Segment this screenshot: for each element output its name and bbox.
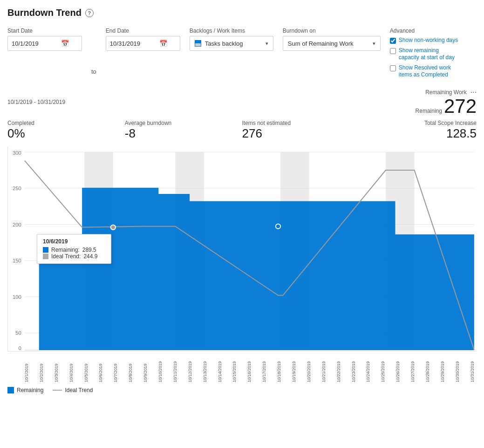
tooltip-box: 10/6/2019 Remaining: 289.5 Ideal Trend: … [37,234,111,264]
x-axis-label: 10/3/2019 [54,354,59,382]
svg-text:300: 300 [13,150,21,156]
avg-burndown-label: Average burndown [125,120,242,126]
svg-text:50: 50 [15,330,21,336]
legend-ideal-trend: Ideal Trend [53,387,93,393]
tooltip-ideal-label: Ideal Trend: [51,253,81,260]
svg-text:200: 200 [13,222,21,227]
items-not-estimated-stat: Items not estimated 276 [242,120,360,141]
remaining-sub-label: Remaining [416,108,442,114]
tooltip-remaining-value: 289.5 [82,247,96,253]
avg-burndown-stat: Average burndown -8 [125,120,242,141]
tasks-icon [195,40,201,47]
checkbox1-row: Show non-working days [390,37,459,44]
x-axis-label: 10/16/2019 [247,354,252,382]
x-axis-labels: 10/1/201910/2/201910/3/201910/4/201910/5… [7,353,477,383]
calendar-icon-start[interactable]: 📅 [61,40,69,47]
burndown-label: Burndown on [283,28,381,34]
x-axis-label: 10/11/2019 [173,354,177,382]
end-date-input-wrapper[interactable]: 📅 [106,36,180,51]
to-label: to [91,68,96,75]
date-range-text: 10/1/2019 - 10/31/2019 [7,99,65,105]
x-axis-label: 10/10/2019 [158,354,163,382]
start-date-group: Start Date 📅 [7,28,82,51]
x-axis-label: 10/23/2019 [351,354,356,382]
burndown-value: Sum of Remaining Work [288,40,354,47]
burndown-dropdown[interactable]: Sum of Remaining Work ▾ [283,36,381,51]
backlogs-arrow-icon: ▾ [266,41,268,47]
advanced-group: Advanced Show non-working days Show rema… [390,28,459,79]
x-axis-label: 10/15/2019 [232,354,237,382]
x-axis-label: 10/12/2019 [188,354,192,382]
checkbox3[interactable] [390,65,396,71]
x-axis-label: 10/8/2019 [128,354,133,382]
end-date-label: End Date [106,28,180,34]
tooltip-ideal-swatch [43,254,48,259]
date-range-bar: 10/1/2019 - 10/31/2019 Remaining Work ··… [7,86,477,118]
legend-remaining: Remaining [7,387,43,393]
checkbox2-label[interactable]: Show remaining capacity at start of day [399,47,459,62]
x-axis-label: 10/27/2019 [410,354,415,382]
total-scope-stat: Total Scope Increase 128.5 [359,120,477,141]
backlogs-group: Backlogs / Work Items Tasks backlog ▾ [190,28,273,51]
page-title: Burndown Trend [7,7,82,18]
x-axis-label: 10/1/2019 [24,354,29,382]
svg-text:100: 100 [13,294,21,300]
x-axis-label: 10/17/2019 [262,354,266,382]
x-axis-label: 10/29/2019 [440,354,445,382]
start-date-label: Start Date [7,28,82,34]
items-not-estimated-label: Items not estimated [242,120,360,126]
backlogs-dropdown[interactable]: Tasks backlog ▾ [190,36,273,51]
help-icon[interactable]: ? [85,9,94,17]
calendar-icon-end[interactable]: 📅 [159,40,167,47]
chart-container: 300 250 200 150 100 50 0 [7,146,477,352]
x-axis-label: 10/31/2019 [470,354,475,382]
burndown-group: Burndown on Sum of Remaining Work ▾ [283,28,381,51]
checkbox1[interactable] [390,38,396,44]
stats-row: Completed 0% Average burndown -8 Items n… [7,120,477,143]
x-axis-label: 10/18/2019 [277,354,281,382]
tooltip-ideal-row: Ideal Trend: 244.9 [43,253,105,260]
completed-stat: Completed 0% [7,120,125,141]
total-scope-value: 128.5 [359,126,477,141]
x-axis-label: 10/2/2019 [39,354,44,382]
remaining-work-label: Remaining Work [425,89,466,96]
total-scope-label: Total Scope Increase [359,120,477,126]
legend-remaining-label: Remaining [17,387,43,393]
x-axis-label: 10/5/2019 [84,354,89,382]
x-axis-label: 10/13/2019 [203,354,207,382]
x-axis-label: 10/6/2019 [98,354,103,382]
x-axis-label: 10/22/2019 [336,354,341,382]
tooltip-remaining-swatch [43,247,48,253]
x-axis-label: 10/30/2019 [455,354,460,382]
x-axis-label: 10/7/2019 [113,354,118,382]
x-axis-label: 10/9/2019 [143,354,148,382]
checkbox1-label[interactable]: Show non-working days [399,37,458,44]
checkbox2[interactable] [390,48,396,54]
svg-text:250: 250 [13,186,21,191]
end-date-input[interactable] [110,40,157,47]
svg-text:150: 150 [13,258,21,263]
completed-label: Completed [7,120,125,126]
backlogs-label: Backlogs / Work Items [190,28,273,34]
x-axis-label: 10/19/2019 [292,354,296,382]
advanced-label: Advanced [390,28,459,34]
x-axis-label: 10/4/2019 [69,354,74,382]
end-date-group: End Date 📅 [106,28,180,51]
start-date-input[interactable] [12,40,58,47]
avg-burndown-value: -8 [125,126,242,141]
tooltip-remaining-row: Remaining: 289.5 [43,247,105,253]
remaining-work-summary: Remaining Work ··· Remaining 272 [416,88,477,116]
controls-row: Start Date 📅 to End Date 📅 Backlogs / Wo… [7,28,477,79]
checkbox3-label[interactable]: Show Resolved work items as Completed [399,64,459,79]
page-title-row: Burndown Trend ? [7,7,477,18]
remaining-work-value: 272 [444,96,477,116]
x-axis-label: 10/24/2019 [366,354,370,382]
tooltip-ideal-value: 244.9 [83,253,97,260]
completed-value: 0% [7,126,125,141]
legend-row: Remaining Ideal Trend [7,387,477,393]
x-axis-label: 10/21/2019 [321,354,326,382]
start-date-input-wrapper[interactable]: 📅 [7,36,82,51]
backlogs-value: Tasks backlog [205,40,243,47]
x-axis-label: 10/14/2019 [218,354,222,382]
svg-point-19 [111,225,116,229]
